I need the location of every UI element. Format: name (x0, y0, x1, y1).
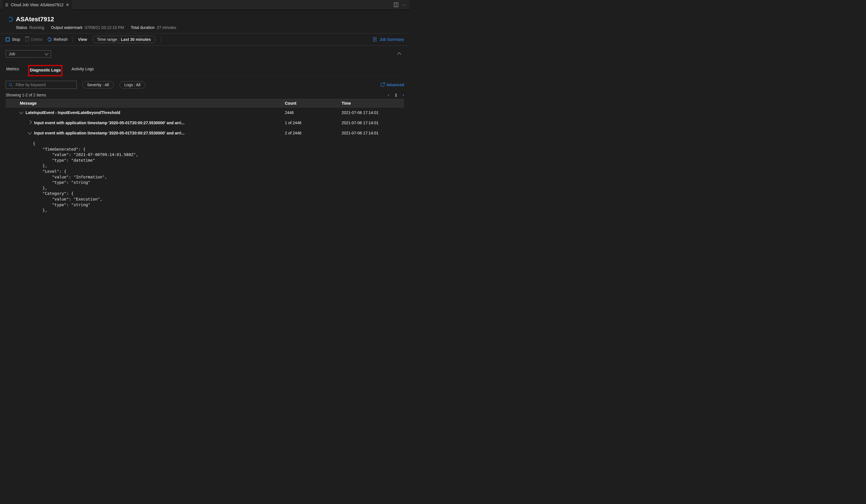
delete-label: Delete (31, 37, 42, 42)
job-header: ASAtest7912 Status Running Output waterm… (0, 10, 410, 33)
pager: ‹ 1 › (388, 93, 404, 97)
row-message: LateInputEvent - InputEventLateBeyondThr… (25, 110, 120, 115)
toolbar-left: Stop Delete Refresh View Time range : La… (6, 36, 161, 43)
refresh-label: Refresh (54, 37, 68, 42)
col-message: Message (6, 101, 285, 105)
filter-placeholder: Filter by keyword (15, 82, 46, 87)
page-number: 1 (395, 93, 397, 97)
table-row[interactable]: LateInputEvent - InputEventLateBeyondThr… (6, 108, 404, 118)
refresh-icon (47, 37, 51, 42)
external-link-icon (381, 83, 384, 87)
more-icon[interactable]: ··· (402, 2, 406, 7)
job-summary-label: Job Summary (380, 37, 404, 42)
watermark-value: 07/06/21 03:12:15 PM (85, 25, 124, 30)
close-icon[interactable]: ✕ (66, 2, 69, 7)
tabbar-right: ··· (394, 2, 410, 7)
select-row: Job (6, 50, 404, 58)
job-title: ASAtest7912 (16, 15, 54, 23)
editor-tab[interactable]: ☰ Cloud Job View: ASAtest7912 ✕ (2, 0, 72, 10)
table-row[interactable]: Input event with application timestamp '… (6, 128, 404, 138)
logs-label: Logs : All (124, 82, 141, 87)
table-body: LateInputEvent - InputEventLateBeyondThr… (6, 108, 404, 138)
status-group: Status Running (16, 25, 44, 30)
filter-left: Filter by keyword Severity : All Logs : … (6, 81, 145, 89)
svg-point-6 (9, 83, 12, 86)
expand-icon[interactable] (28, 131, 32, 134)
scope-value: Job (9, 52, 15, 56)
split-editor-icon[interactable] (394, 2, 398, 7)
filter-input[interactable]: Filter by keyword (6, 81, 77, 89)
logs-filter[interactable]: Logs : All (120, 81, 145, 89)
delete-button[interactable]: Delete (25, 37, 42, 42)
stop-button[interactable]: Stop (6, 37, 20, 42)
duration-label: Total duration (131, 25, 155, 30)
editor-tabbar: ☰ Cloud Job View: ASAtest7912 ✕ ··· (0, 0, 410, 10)
scope-select[interactable]: Job (6, 50, 51, 58)
chevron-down-icon (45, 51, 48, 55)
separator (73, 36, 73, 43)
time-range-label: Time range : (97, 37, 119, 42)
tab-activity-logs[interactable]: Activity Logs (71, 65, 95, 76)
search-icon (9, 83, 13, 87)
time-range-value: Last 30 minutes (121, 37, 151, 42)
tab-diagnostic-logs[interactable]: Diagnostic Logs (28, 65, 63, 76)
duration-value: 27 minutes (157, 25, 176, 30)
separator (161, 36, 161, 43)
filter-row: Filter by keyword Severity : All Logs : … (6, 81, 404, 89)
spinner-icon (8, 17, 13, 22)
list-icon: ☰ (5, 3, 9, 7)
severity-label: Severity : All (87, 82, 109, 87)
job-summary-link[interactable]: Job Summary (373, 37, 404, 42)
watermark-group: Output watermark 07/06/21 03:12:15 PM (51, 25, 124, 30)
results-meta: Showing 1-2 of 2 items ‹ 1 › (6, 93, 404, 97)
row-count: 2 of 2446 (285, 131, 342, 135)
view-label: View (78, 37, 87, 42)
watermark-label: Output watermark (51, 25, 82, 30)
expand-icon[interactable] (19, 110, 23, 114)
tab-title: Cloud Job View: ASAtest7912 (11, 2, 64, 7)
status-value: Running (30, 25, 44, 30)
advanced-link[interactable]: Advanced (381, 82, 404, 87)
section-tabs: Metrics Diagnostic Logs Activity Logs (6, 65, 404, 76)
stop-icon (6, 37, 10, 42)
toolbar: Stop Delete Refresh View Time range : La… (0, 33, 410, 46)
row-count: 1 of 2446 (285, 121, 342, 125)
row-time: 2021-07-06 17:14:01 (342, 131, 404, 135)
duration-group: Total duration 27 minutes (131, 25, 176, 30)
refresh-button[interactable]: Refresh (47, 37, 68, 42)
json-detail: { "TimeGenerated": { "value": "2021-07-0… (6, 138, 404, 213)
next-page[interactable]: › (403, 93, 404, 97)
expand-icon[interactable] (28, 120, 32, 124)
document-icon (373, 37, 377, 42)
view-button[interactable]: View (78, 37, 87, 42)
table-header: Message Count Time (6, 99, 404, 108)
content-area: Job Metrics Diagnostic Logs Activity Log… (0, 46, 410, 213)
col-count: Count (285, 101, 342, 105)
collapse-icon[interactable] (397, 53, 401, 56)
row-count: 2446 (285, 110, 342, 115)
row-message: Input event with application timestamp '… (34, 131, 185, 135)
severity-filter[interactable]: Severity : All (82, 81, 114, 89)
tabbar-left: ☰ Cloud Job View: ASAtest7912 ✕ (2, 0, 72, 10)
prev-page[interactable]: ‹ (388, 93, 389, 97)
showing-text: Showing 1-2 of 2 items (6, 93, 46, 97)
status-row: Status Running Output watermark 07/06/21… (8, 25, 402, 30)
time-range-pill[interactable]: Time range : Last 30 minutes (92, 36, 156, 43)
row-time: 2021-07-06 17:14:01 (342, 121, 404, 125)
advanced-label: Advanced (387, 82, 404, 87)
svg-line-7 (12, 86, 12, 87)
col-time: Time (342, 101, 404, 105)
table-row[interactable]: Input event with application timestamp '… (6, 118, 404, 128)
status-label: Status (16, 25, 27, 30)
row-time: 2021-07-06 17:14:01 (342, 110, 404, 115)
tab-metrics[interactable]: Metrics (6, 65, 20, 76)
stop-label: Stop (12, 37, 20, 42)
trash-icon (25, 37, 29, 42)
row-message: Input event with application timestamp '… (34, 121, 185, 125)
title-row: ASAtest7912 (8, 15, 402, 23)
